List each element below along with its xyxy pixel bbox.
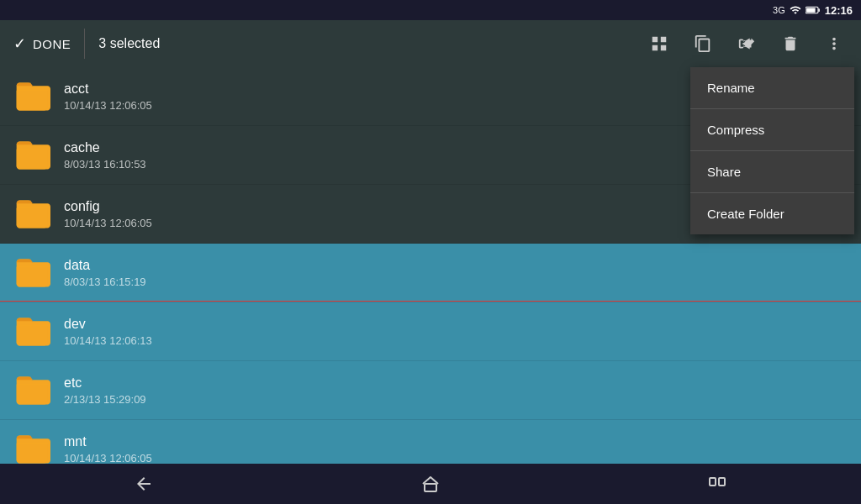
folder-icon: [13, 431, 50, 465]
menu-item-rename[interactable]: Rename: [690, 67, 854, 109]
file-name: etc: [64, 375, 146, 391]
list-item[interactable]: data 8/03/13 16:15:19: [0, 244, 861, 302]
folder-icon: [13, 196, 50, 233]
file-info: data 8/03/13 16:15:19: [64, 258, 146, 288]
svg-rect-1: [806, 8, 816, 12]
share-icon[interactable]: [733, 30, 760, 57]
file-info: etc 2/13/13 15:29:09: [64, 375, 146, 406]
folder-icon: [13, 255, 50, 291]
folder-icon: [13, 137, 50, 174]
file-date: 8/03/13 16:15:19: [64, 276, 146, 288]
copy-icon[interactable]: [689, 30, 716, 57]
file-info: acct 10/14/13 12:06:05: [64, 81, 152, 112]
more-options-icon[interactable]: [821, 30, 848, 57]
file-date: 10/14/13 12:06:05: [64, 452, 152, 465]
menu-item-share[interactable]: Share: [690, 151, 854, 193]
file-name: mnt: [64, 434, 152, 449]
folder-icon: [13, 372, 50, 409]
file-date: 2/13/13 15:29:09: [64, 393, 146, 406]
list-item[interactable]: etc 2/13/13 15:29:09: [0, 361, 861, 420]
signal-icon: 3G: [773, 5, 785, 15]
dropdown-menu: RenameCompressShareCreate Folder: [690, 67, 854, 234]
svg-rect-5: [719, 478, 725, 486]
file-name: cache: [64, 140, 146, 155]
time-display: 12:16: [825, 4, 853, 17]
list-item[interactable]: dev 10/14/13 12:06:13: [0, 302, 861, 361]
list-item[interactable]: mnt 10/14/13 12:06:05: [0, 420, 861, 464]
file-name: acct: [64, 81, 152, 97]
folder-icon: [13, 78, 50, 115]
nav-bar: [0, 464, 861, 504]
toolbar-divider: [84, 29, 85, 59]
toolbar: ✓ DONE 3 selected: [0, 20, 861, 67]
back-button[interactable]: [119, 464, 169, 504]
done-label: DONE: [33, 37, 71, 51]
delete-icon[interactable]: [777, 30, 804, 57]
file-date: 8/03/13 16:10:53: [64, 158, 146, 171]
file-name: config: [64, 199, 152, 214]
toolbar-left: ✓ DONE 3 selected: [13, 29, 632, 59]
file-name: data: [64, 258, 146, 273]
status-bar-icons: 3G 12:16: [773, 4, 853, 17]
folder-icon: [13, 313, 50, 350]
svg-rect-3: [425, 484, 436, 491]
file-info: config 10/14/13 12:06:05: [64, 199, 152, 229]
selected-count: 3 selected: [98, 36, 160, 51]
checkmark-icon: ✓: [13, 34, 26, 53]
svg-rect-4: [710, 478, 716, 486]
file-date: 10/14/13 12:06:05: [64, 217, 152, 229]
done-button[interactable]: ✓ DONE: [13, 34, 71, 53]
file-info: cache 8/03/13 16:10:53: [64, 140, 146, 171]
wifi-icon: [790, 4, 801, 16]
toolbar-right: [646, 30, 848, 57]
status-bar: 3G 12:16: [0, 0, 861, 20]
file-date: 10/14/13 12:06:13: [64, 334, 152, 347]
file-name: dev: [64, 317, 152, 332]
battery-icon: [806, 5, 821, 15]
recents-button[interactable]: [692, 464, 742, 504]
menu-item-compress[interactable]: Compress: [690, 109, 854, 151]
menu-item-create-folder[interactable]: Create Folder: [690, 193, 854, 234]
file-info: mnt 10/14/13 12:06:05: [64, 434, 152, 465]
page-wrapper: 3G 12:16 ✓ DONE 3 selected: [0, 0, 861, 504]
svg-rect-2: [818, 8, 820, 12]
file-info: dev 10/14/13 12:06:13: [64, 317, 152, 347]
home-button[interactable]: [405, 464, 456, 504]
grid-view-icon[interactable]: [646, 30, 673, 57]
file-date: 10/14/13 12:06:05: [64, 99, 152, 112]
